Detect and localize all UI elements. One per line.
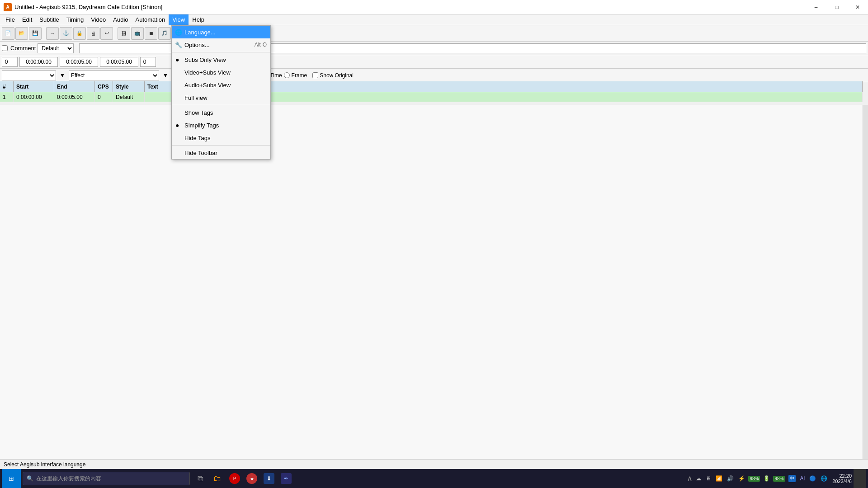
tray-extra2[interactable]: 🌐	[819, 474, 829, 483]
dd-audio-subs-view[interactable]: Audio+Subs View	[172, 79, 270, 91]
dd-language[interactable]: 🌐 Language...	[172, 26, 270, 38]
dd-separator-3	[172, 145, 270, 145]
tray-cloud[interactable]: ☁	[694, 474, 703, 483]
menu-subtitle[interactable]: Subtitle	[36, 14, 62, 25]
taskbar-search[interactable]: 🔍 在这里输入你要搜索的内容	[23, 472, 190, 485]
col-num: #	[0, 81, 14, 92]
menu-automation[interactable]: Automation	[132, 14, 169, 25]
save-button[interactable]: 💾	[29, 27, 42, 40]
table-header: # Start End CPS Style Text	[0, 81, 863, 92]
frame-radio[interactable]	[284, 72, 290, 78]
show-original-label: Show Original	[312, 72, 354, 79]
menu-file[interactable]: File	[2, 14, 19, 25]
print-button[interactable]: 🖨	[87, 27, 99, 40]
duration-input[interactable]	[100, 57, 138, 67]
maximize-button[interactable]: □	[826, 0, 847, 14]
dd-hide-toolbar[interactable]: Hide Toolbar	[172, 146, 270, 159]
status-bar: Select Aegisub interface language	[0, 459, 868, 469]
table-row[interactable]: 1 0:00:00.00 0:00:05.00 0 Default	[0, 92, 863, 102]
toolbar: 📄 📂 💾 → ⚓ 🔒 🖨 ↩ 🖼 📺 ⏹ 🎵 🔖 ✂ ↔ ✔ ⚙ ~	[0, 25, 868, 42]
close-button[interactable]: ✕	[847, 0, 868, 14]
cell-num: 1	[0, 92, 14, 102]
menu-help[interactable]: Help	[189, 14, 208, 25]
tray-display[interactable]: 🖥	[704, 474, 712, 483]
tray-battery[interactable]: 🔋	[762, 474, 771, 483]
taskbar-red-icon[interactable]: ★	[244, 471, 259, 486]
system-tray: ∧ ☁ 🖥 📶 🔊 ⚡ 98% 🔋 98% 中 Ai 🔵 🌐	[687, 474, 829, 483]
audio-button[interactable]: 🎵	[158, 27, 171, 40]
comment-checkbox[interactable]	[2, 45, 8, 51]
taskbar-download[interactable]: ⬇	[261, 471, 277, 486]
menu-video[interactable]: Video	[87, 14, 109, 25]
taskbar-explorer[interactable]: 🗂	[210, 471, 225, 486]
show-desktop-button[interactable]	[854, 469, 866, 488]
options-icon: 🔧	[175, 41, 183, 49]
taskbar-taskview[interactable]: ⧉	[193, 471, 208, 486]
minimize-button[interactable]: –	[806, 0, 826, 14]
edit-row-1: Comment Default	[0, 42, 868, 55]
dd-full-view[interactable]: Full view	[172, 91, 270, 104]
undo-button[interactable]: ↩	[100, 27, 113, 40]
clock-time: 22:20	[832, 473, 852, 479]
new-button[interactable]: 📄	[2, 27, 14, 40]
effect-dropdown[interactable]: Effect	[69, 70, 159, 80]
menu-audio[interactable]: Audio	[109, 14, 132, 25]
end-num-input[interactable]	[140, 57, 156, 67]
start-button[interactable]: ⊞	[2, 469, 21, 488]
open-button[interactable]: 📂	[15, 27, 28, 40]
style-effect-row: ▼ Effect ▼ AB AB AB AB ✔ Time Frame Show…	[0, 69, 868, 82]
language-icon: 🌐	[175, 28, 183, 36]
battery-badge-1: 98%	[748, 476, 760, 482]
dd-subs-only-view[interactable]: ● Subs Only View	[172, 53, 270, 66]
style-select[interactable]: Default	[38, 43, 74, 53]
taskbar-paint[interactable]: ✒	[278, 471, 294, 486]
dd-separator-2	[172, 105, 270, 105]
main-content-area	[0, 105, 868, 469]
dd-show-tags[interactable]: Show Tags	[172, 106, 270, 119]
start-time-input[interactable]	[19, 57, 58, 67]
effect-dropdown-icon: ▼	[163, 72, 168, 79]
edit-row-2	[0, 55, 868, 69]
frame-label: Frame	[292, 72, 307, 79]
battery-badge-2: 98%	[773, 476, 785, 482]
dd-simplify-tags[interactable]: ● Simplify Tags	[172, 119, 270, 131]
end-time-input[interactable]	[60, 57, 98, 67]
stop-button[interactable]: ⏹	[145, 27, 157, 40]
tray-extra1[interactable]: 🔵	[808, 474, 817, 483]
dd-video-subs-view[interactable]: Video+Subs View	[172, 66, 270, 79]
subtitle-table: # Start End CPS Style Text 1 0:00:00.00 …	[0, 81, 863, 104]
taskbar-clock[interactable]: 22:20 2022/4/6	[832, 473, 852, 484]
tray-network[interactable]: 📶	[714, 474, 724, 483]
dd-separator-1	[172, 52, 270, 52]
vertical-scrollbar[interactable]	[863, 105, 868, 459]
taskbar: ⊞ 🔍 在这里输入你要搜索的内容 ⧉ 🗂 P ★ ⬇ ✒ ∧ ☁ 🖥 📶 🔊 ⚡…	[0, 469, 868, 488]
time-label: Time	[270, 72, 282, 79]
status-text: Select Aegisub interface language	[4, 461, 85, 468]
redo-button[interactable]: →	[46, 27, 59, 40]
menu-timing[interactable]: Timing	[63, 14, 88, 25]
style-dropdown[interactable]	[2, 70, 56, 80]
cell-end: 0:00:05.00	[54, 92, 95, 102]
video-button[interactable]: 🖼	[118, 27, 130, 40]
taskbar-pocketchip[interactable]: P	[227, 471, 242, 486]
lock-button[interactable]: 🔒	[73, 27, 86, 40]
tray-sound[interactable]: 🔊	[726, 474, 735, 483]
menu-edit[interactable]: Edit	[19, 14, 36, 25]
col-start: Start	[14, 81, 54, 92]
tray-ime[interactable]: 中	[787, 474, 797, 483]
anchor-button[interactable]: ⚓	[60, 27, 72, 40]
tv-button[interactable]: 📺	[131, 27, 144, 40]
tray-usb[interactable]: ⚡	[737, 474, 746, 483]
tray-expand[interactable]: ∧	[687, 474, 693, 483]
dd-hide-tags[interactable]: Hide Tags	[172, 131, 270, 144]
dd-bullet-simplify: ●	[175, 122, 179, 129]
dd-options[interactable]: 🔧 Options... Alt-O	[172, 38, 270, 51]
layer-input[interactable]	[2, 57, 18, 67]
menu-view[interactable]: View	[169, 14, 189, 25]
show-original-checkbox[interactable]	[312, 72, 318, 78]
menu-bar: File Edit Subtitle Timing Video Audio Au…	[0, 14, 868, 25]
window-title: Untitled - Aegisub 9215, Daydream Cafe E…	[14, 4, 162, 10]
tray-input[interactable]: Ai	[799, 474, 807, 483]
effect-label: ▼	[60, 72, 65, 79]
col-end: End	[54, 81, 95, 92]
